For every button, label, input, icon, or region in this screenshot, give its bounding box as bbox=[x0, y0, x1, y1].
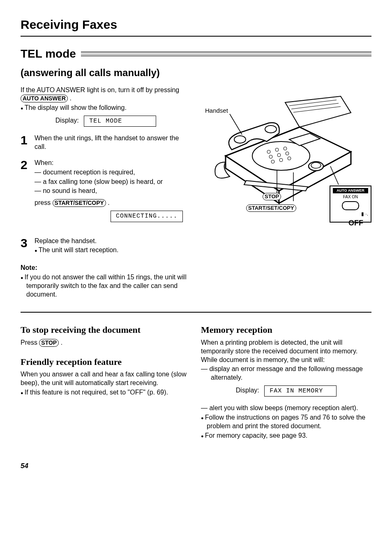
subtitle: (answering all calls manually) bbox=[21, 66, 371, 79]
memory-dash2: — alert you with slow beeps (memory rece… bbox=[201, 404, 371, 413]
auto-answer-button-label: AUTO ANSWER bbox=[21, 95, 68, 102]
title-rule bbox=[21, 36, 371, 37]
mode-title: TEL mode bbox=[21, 46, 76, 61]
step-3a: Replace the handset. bbox=[35, 237, 191, 246]
memory-p2: While document is in memory, the unit wi… bbox=[201, 356, 371, 364]
page-number: 54 bbox=[21, 462, 371, 471]
memory-heading: Memory reception bbox=[201, 324, 371, 336]
intro-bullet: The display will show the following. bbox=[21, 104, 191, 112]
svg-point-8 bbox=[286, 152, 289, 155]
stop-callout: STOP bbox=[263, 193, 281, 201]
display-label-3: Display: bbox=[236, 387, 259, 394]
display-row-1: Display: TEL MODE bbox=[21, 116, 191, 127]
display-box-connecting: CONNECTING..... bbox=[111, 211, 183, 222]
memory-b1: Follow the instructions on pages 75 and … bbox=[201, 413, 371, 431]
note-text: If you do not answer the call within 15 … bbox=[21, 273, 191, 299]
auto-answer-label: AUTO ANSWER bbox=[333, 188, 368, 194]
display-box-telmode: TEL MODE bbox=[84, 116, 156, 127]
step-2a: — document reception is required, bbox=[35, 168, 191, 177]
memory-b2: For memory capacity, see page 93. bbox=[201, 432, 371, 440]
auto-answer-panel: AUTO ANSWER FAX ON ▮ ·. bbox=[330, 186, 371, 223]
svg-point-10 bbox=[279, 158, 283, 162]
stop-text: Press STOP . bbox=[21, 339, 191, 347]
step-2c: — no sound is heard, bbox=[35, 187, 191, 195]
display-row-2: CONNECTING..... bbox=[35, 211, 191, 222]
step-1: 1 When the unit rings, lift the handset … bbox=[21, 134, 191, 151]
double-rule bbox=[81, 51, 371, 56]
intro-text: If the AUTO ANSWER light is on, turn it … bbox=[21, 86, 179, 93]
friendly-bullet: If this feature is not required, set to … bbox=[21, 388, 191, 397]
step-1-body: When the unit rings, lift the handset to… bbox=[35, 134, 191, 151]
step-1-number: 1 bbox=[21, 134, 35, 151]
stop-heading: To stop receiving the document bbox=[21, 324, 191, 336]
section-rule bbox=[21, 312, 371, 313]
svg-point-4 bbox=[275, 148, 279, 151]
step-2b: — a fax calling tone (slow beep) is hear… bbox=[35, 178, 191, 186]
step-3-number: 3 bbox=[21, 237, 35, 256]
left-column: If the AUTO ANSWER light is on, turn it … bbox=[21, 86, 191, 300]
press-text: press bbox=[35, 199, 53, 206]
step-3-body: Replace the handset. The unit will start… bbox=[35, 237, 191, 256]
page-title: Receiving Faxes bbox=[21, 16, 371, 32]
display-box-faxmem: FAX IN MEMORY bbox=[264, 385, 337, 397]
step-3: 3 Replace the handset. The unit will sta… bbox=[21, 237, 191, 256]
note-heading: Note: bbox=[21, 264, 191, 272]
start-set-copy-button-label: START/SET/COPY bbox=[53, 199, 106, 207]
lower-two-col: To stop receiving the document Press STO… bbox=[21, 321, 371, 441]
display-label: Display: bbox=[55, 117, 79, 124]
lower-left: To stop receiving the document Press STO… bbox=[21, 321, 191, 441]
stop-press-text: Press bbox=[21, 339, 39, 346]
fax-figure: Handset bbox=[201, 94, 371, 234]
friendly-heading: Friendly reception feature bbox=[21, 356, 191, 368]
svg-point-2 bbox=[252, 142, 310, 170]
lower-right: Memory reception When a printing problem… bbox=[201, 321, 371, 441]
svg-point-9 bbox=[271, 160, 274, 163]
intro-line: If the AUTO ANSWER light is on, turn it … bbox=[21, 86, 191, 103]
svg-point-6 bbox=[269, 155, 272, 158]
off-label: OFF bbox=[348, 218, 363, 228]
startset-callout: START/SET/COPY bbox=[246, 204, 296, 212]
auto-answer-button-icon bbox=[342, 201, 359, 210]
svg-point-1 bbox=[265, 125, 277, 133]
svg-point-13 bbox=[311, 162, 321, 168]
stop-button-label: STOP bbox=[39, 339, 59, 347]
friendly-text: When you answer a call and hear a fax ca… bbox=[21, 370, 191, 388]
svg-line-14 bbox=[230, 114, 242, 135]
memory-dash1: — display an error message and the follo… bbox=[201, 365, 371, 382]
step-2: 2 When: — document reception is required… bbox=[21, 159, 191, 229]
svg-point-7 bbox=[277, 153, 281, 157]
display-row-3: Display: FAX IN MEMORY bbox=[201, 385, 371, 397]
right-column: Handset bbox=[201, 86, 371, 300]
svg-point-3 bbox=[267, 150, 270, 153]
svg-point-0 bbox=[234, 136, 246, 143]
mode-title-row: TEL mode bbox=[21, 46, 371, 61]
svg-point-11 bbox=[288, 157, 291, 160]
step-2-body: When: — document reception is required, … bbox=[35, 159, 191, 229]
step-2-number: 2 bbox=[21, 159, 35, 229]
step-2-lead: When: bbox=[35, 159, 191, 167]
svg-point-5 bbox=[284, 147, 287, 150]
step-2-press: press START/SET/COPY . bbox=[35, 199, 191, 207]
step-3b: The unit will start reception. bbox=[35, 246, 191, 255]
handset-callout: Handset bbox=[205, 107, 228, 115]
main-two-col: If the AUTO ANSWER light is on, turn it … bbox=[21, 86, 371, 300]
memory-p1: When a printing problem is detected, the… bbox=[201, 339, 371, 356]
fax-on-label: FAX ON bbox=[343, 195, 358, 199]
